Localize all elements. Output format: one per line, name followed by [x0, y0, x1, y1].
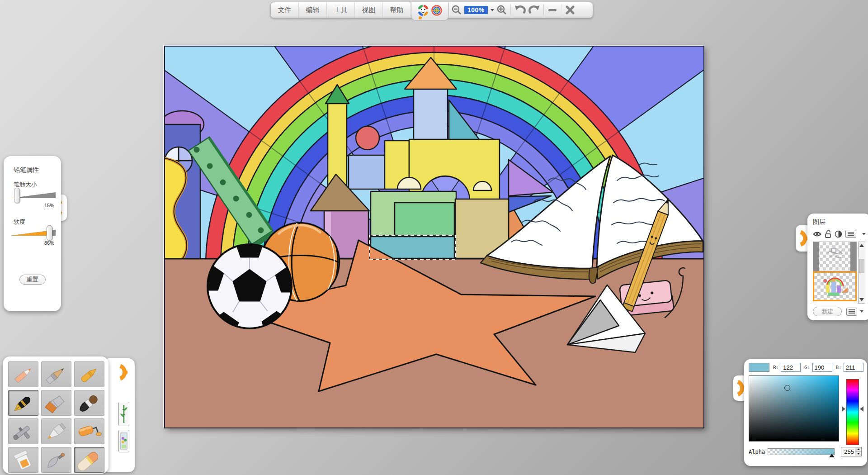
zoom-out-button[interactable]: [449, 2, 464, 18]
pencil-properties-panel: 铅笔属性 笔触大小 15% 软度 86% 重置: [4, 156, 61, 311]
tool-paint-tube[interactable]: [41, 418, 71, 444]
tool-palette: [3, 356, 108, 474]
bamboo-stamp-button[interactable]: [118, 402, 129, 426]
alpha-slider[interactable]: [768, 448, 835, 455]
current-color-swatch: [749, 363, 769, 372]
chevron-down-icon[interactable]: [862, 233, 866, 235]
chevron-down-icon: [491, 9, 494, 11]
tool-crayon[interactable]: [74, 361, 104, 387]
tool-wood-pencil[interactable]: [41, 361, 71, 387]
tool-flat-brush[interactable]: [41, 390, 71, 416]
brush-size-value: 15%: [4, 203, 54, 208]
spin-down-button[interactable]: [855, 452, 861, 456]
menu-file[interactable]: 文件: [271, 2, 299, 18]
menu-tools[interactable]: 工具: [327, 2, 355, 18]
brush-size-slider[interactable]: [10, 192, 56, 199]
menu-view-label: 视图: [362, 6, 376, 14]
menu-file-label: 文件: [278, 6, 292, 14]
tool-palette-knife[interactable]: [41, 447, 71, 473]
menu-edit-label: 编辑: [306, 6, 320, 14]
reset-button[interactable]: 重置: [19, 275, 46, 285]
tool-paint-roller[interactable]: [74, 418, 104, 444]
b-label: B:: [836, 365, 842, 370]
unlock-icon[interactable]: [825, 230, 831, 238]
zoom-in-button[interactable]: [494, 2, 509, 18]
scene-icon: [120, 432, 127, 450]
app-palette-icon[interactable]: [431, 5, 443, 18]
toolbar-separator: [561, 5, 561, 15]
menu-tools-label: 工具: [334, 6, 348, 14]
b-field[interactable]: [844, 363, 863, 372]
hue-arrow-left-icon[interactable]: [842, 406, 845, 412]
minimize-button[interactable]: [545, 2, 560, 18]
softness-slider-thumb[interactable]: [47, 225, 52, 241]
redo-button[interactable]: [527, 2, 542, 18]
logo-orange-dot: [419, 16, 422, 19]
layers-options-button[interactable]: [846, 308, 857, 316]
contrast-icon[interactable]: [835, 230, 842, 238]
softness-label: 软度: [14, 218, 61, 226]
alpha-spinner: [841, 447, 862, 456]
palette-collapse-tab[interactable]: [117, 363, 129, 384]
layer-menu-button[interactable]: [845, 230, 856, 238]
layer-1-thumbnail[interactable]: [813, 242, 857, 271]
tool-ink-brush[interactable]: [74, 390, 104, 416]
toolbar-separator: [543, 5, 544, 15]
layer-2-preview: [814, 273, 855, 300]
g-label: G:: [804, 365, 810, 370]
app-logo-area: [411, 2, 449, 21]
menu-help-label: 帮助: [390, 6, 404, 14]
softness-value: 86%: [4, 240, 54, 246]
tool-paint-jar[interactable]: [8, 447, 38, 473]
layer-2-thumbnail-selected[interactable]: [813, 271, 857, 301]
tool-fountain-pen[interactable]: [8, 390, 38, 416]
collapse-handle-icon: [117, 363, 129, 382]
toolbar: 文件 编辑 工具 视图 帮助: [270, 2, 593, 18]
app-clown-icon[interactable]: [417, 5, 429, 18]
spin-up-button[interactable]: [855, 447, 861, 452]
eye-icon[interactable]: [813, 231, 821, 237]
layers-panel: 图层: [807, 214, 868, 320]
scrollbar-thumb[interactable]: [859, 259, 864, 273]
brush-size-slider-thumb[interactable]: [14, 188, 20, 203]
menu-view[interactable]: 视图: [355, 2, 383, 18]
alpha-slider-marker[interactable]: [829, 454, 835, 457]
zoom-level-dropdown[interactable]: 100%: [464, 6, 494, 14]
layers-panel-title: 图层: [813, 218, 868, 226]
r-field[interactable]: [781, 363, 801, 372]
bamboo-icon: [120, 404, 127, 424]
saturation-value-picker[interactable]: [749, 375, 839, 442]
layer-1-sketch: [813, 242, 857, 271]
softness-slider[interactable]: [10, 230, 56, 237]
canvas-artwork: [165, 47, 703, 428]
g-field[interactable]: [812, 363, 832, 372]
menu-help[interactable]: 帮助: [383, 2, 411, 18]
menu-edit[interactable]: 编辑: [299, 2, 327, 18]
chevron-down-icon[interactable]: [860, 310, 863, 313]
zoom-level-value: 100%: [464, 6, 488, 14]
scroll-up-icon[interactable]: [859, 244, 864, 247]
hue-slider[interactable]: [846, 379, 859, 445]
alpha-value-field[interactable]: [841, 447, 855, 456]
undo-button[interactable]: [512, 2, 527, 18]
layers-scrollbar[interactable]: [858, 242, 865, 304]
brush-size-label: 笔触大小: [14, 180, 61, 189]
tool-eraser[interactable]: [74, 447, 104, 473]
hue-arrow-right-icon[interactable]: [860, 406, 863, 412]
drawing-canvas[interactable]: [164, 46, 704, 428]
r-label: R:: [773, 365, 779, 370]
new-layer-button[interactable]: 新建: [813, 307, 842, 316]
scene-stamp-button[interactable]: [118, 430, 129, 452]
sv-marker[interactable]: [784, 385, 790, 391]
tool-colored-pencil[interactable]: [8, 361, 38, 387]
color-picker-panel: R: G: B: Alpha: [744, 359, 867, 466]
close-button[interactable]: [562, 2, 578, 18]
alpha-label: Alpha: [749, 449, 768, 455]
toolbar-separator: [510, 5, 511, 15]
scroll-down-icon[interactable]: [859, 298, 864, 301]
pencil-panel-title: 铅笔属性: [14, 166, 61, 174]
tool-airbrush[interactable]: [8, 418, 38, 444]
app-window: 文件 编辑 工具 视图 帮助: [0, 0, 868, 475]
